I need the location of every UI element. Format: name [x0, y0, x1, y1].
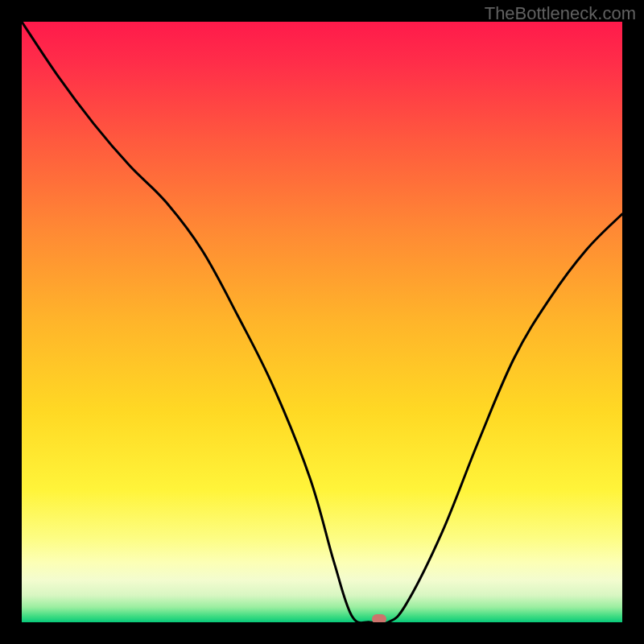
- chart-frame: TheBottleneck.com: [0, 0, 644, 644]
- optimal-point-marker: [372, 614, 386, 622]
- plot-area: [22, 22, 622, 622]
- bottleneck-curve: [22, 22, 622, 622]
